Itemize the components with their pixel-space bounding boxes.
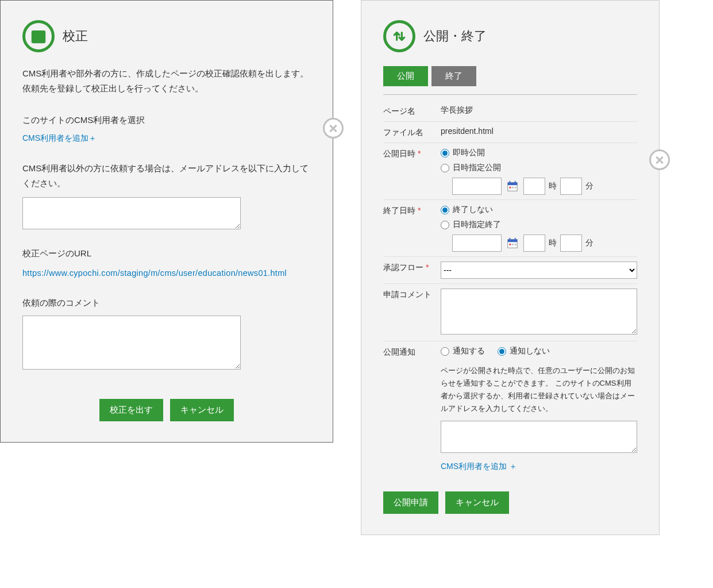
page-name-value: 学長挨拶 — [441, 105, 637, 116]
publish-title: 公開・終了 — [423, 28, 487, 45]
divider — [383, 94, 637, 95]
publish-dialog: 公開・終了 公開 終了 ページ名 学長挨拶 ファイル名 presitdent.h… — [361, 0, 660, 535]
end-hour-input[interactable] — [523, 235, 545, 252]
updown-arrows-icon — [383, 20, 415, 52]
proof-title: 校正 — [63, 28, 88, 45]
close-icon[interactable] — [649, 149, 670, 170]
proof-header: 校正 — [22, 20, 311, 52]
notify-add-user-link[interactable]: CMS利用者を追加 ＋ — [441, 462, 517, 472]
hour-unit: 時 — [549, 238, 557, 248]
proof-comment-input[interactable] — [22, 316, 241, 370]
end-date-input[interactable] — [452, 235, 502, 252]
svg-rect-14 — [515, 244, 517, 245]
proof-url-value[interactable]: https://www.cypochi.com/staging/m/cms/us… — [22, 266, 311, 280]
minute-unit: 分 — [585, 181, 593, 191]
svg-rect-13 — [512, 244, 514, 245]
proof-button-row: 校正を出す キャンセル — [22, 399, 311, 421]
publish-minute-input[interactable] — [560, 178, 582, 195]
minute-unit: 分 — [585, 238, 593, 248]
app-comment-label: 申請コメント — [383, 289, 441, 300]
file-name-row: ファイル名 presitdent.html — [383, 122, 637, 143]
proof-submit-button[interactable]: 校正を出す — [99, 399, 163, 421]
svg-rect-6 — [512, 187, 514, 189]
svg-rect-9 — [508, 240, 518, 243]
tab-publish[interactable]: 公開 — [383, 66, 428, 86]
svg-rect-4 — [515, 181, 516, 184]
svg-rect-12 — [510, 244, 511, 245]
select-user-label: このサイトのCMS利用者を選択 — [22, 115, 311, 126]
calendar-icon[interactable] — [505, 179, 520, 194]
publish-now-radio[interactable] — [441, 149, 449, 157]
proof-comment-block: 依頼の際のコメント — [22, 298, 311, 371]
app-comment-input[interactable] — [441, 289, 637, 335]
end-date-inputs: 時 分 — [452, 235, 637, 252]
svg-rect-10 — [510, 238, 511, 241]
file-name-label: ファイル名 — [383, 126, 441, 138]
page-name-row: ページ名 学長挨拶 — [383, 101, 637, 122]
publish-now-radio-label[interactable]: 即時公開 — [453, 148, 485, 158]
notify-row: 公開通知 通知する 通知しない ページが公開された時点で、任意のユーザーに公開の… — [383, 341, 637, 476]
notify-email-input[interactable] — [441, 421, 637, 453]
proof-dialog: 校正 CMS利用者や部外者の方に、作成したページの校正確認依頼を出します。依頼先… — [0, 0, 333, 443]
publish-date-inputs: 時 分 — [452, 178, 637, 195]
publish-date-label: 公開日時* — [383, 148, 441, 159]
end-minute-input[interactable] — [560, 235, 582, 252]
app-comment-row: 申請コメント — [383, 284, 637, 341]
end-date-row: 終了日時* 終了しない 日時指定終了 — [383, 200, 637, 257]
end-none-radio-label[interactable]: 終了しない — [453, 205, 493, 215]
publish-scheduled-radio-label[interactable]: 日時指定公開 — [453, 163, 501, 173]
svg-rect-3 — [510, 181, 511, 184]
proof-intro: CMS利用者や部外者の方に、作成したページの校正確認依頼を出します。依頼先を登録… — [22, 66, 311, 95]
publish-submit-button[interactable]: 公開申請 — [383, 491, 438, 514]
external-email-block: CMS利用者以外の方に依頼する場合は、メールアドレスを以下に入力してください。 — [22, 161, 311, 231]
add-cms-user-link[interactable]: CMS利用者を追加＋ — [22, 133, 97, 143]
publish-header: 公開・終了 — [383, 20, 637, 52]
page-name-label: ページ名 — [383, 105, 441, 117]
external-email-label: CMS利用者以外の方に依頼する場合は、メールアドレスを以下に入力してください。 — [22, 161, 311, 190]
notify-no-radio[interactable] — [498, 347, 506, 356]
file-name-value: presitdent.html — [441, 126, 637, 136]
approval-flow-row: 承認フロー* --- — [383, 257, 637, 284]
proof-comment-label: 依頼の際のコメント — [22, 298, 311, 309]
notify-yes-label[interactable]: 通知する — [453, 346, 485, 356]
external-email-input[interactable] — [22, 197, 241, 229]
end-none-radio[interactable] — [441, 206, 449, 214]
checkmark-icon — [22, 20, 55, 52]
publish-cancel-button[interactable]: キャンセル — [445, 491, 509, 514]
svg-rect-5 — [510, 187, 511, 189]
hour-unit: 時 — [549, 181, 557, 191]
tab-end[interactable]: 終了 — [431, 66, 476, 86]
publish-tabs: 公開 終了 — [383, 66, 637, 86]
approval-flow-select[interactable]: --- — [441, 262, 637, 279]
end-scheduled-radio-label[interactable]: 日時指定終了 — [453, 220, 501, 230]
notify-no-label[interactable]: 通知しない — [510, 346, 550, 356]
svg-rect-7 — [515, 187, 517, 189]
end-scheduled-radio[interactable] — [441, 221, 449, 229]
publish-date-row: 公開日時* 即時公開 日時指定公開 — [383, 143, 637, 200]
publish-dialog-wrap: 公開・終了 公開 終了 ページ名 学長挨拶 ファイル名 presitdent.h… — [361, 0, 660, 535]
notify-label: 公開通知 — [383, 346, 441, 358]
proof-cancel-button[interactable]: キャンセル — [170, 399, 234, 421]
end-date-label: 終了日時* — [383, 205, 441, 216]
select-user-block: このサイトのCMS利用者を選択 CMS利用者を追加＋ — [22, 115, 311, 144]
publish-scheduled-radio[interactable] — [441, 164, 449, 172]
close-icon[interactable] — [323, 118, 344, 139]
publish-hour-input[interactable] — [523, 178, 545, 195]
svg-rect-2 — [508, 183, 518, 186]
proof-url-label: 校正ページのURL — [22, 248, 311, 259]
notify-note: ページが公開された時点で、任意のユーザーに公開のお知らせを通知することができます… — [441, 364, 637, 415]
publish-button-row: 公開申請 キャンセル — [383, 491, 637, 514]
proof-dialog-wrap: 校正 CMS利用者や部外者の方に、作成したページの校正確認依頼を出します。依頼先… — [0, 0, 333, 443]
svg-rect-11 — [515, 238, 516, 241]
calendar-icon[interactable] — [505, 236, 520, 251]
proof-url-block: 校正ページのURL https://www.cypochi.com/stagin… — [22, 248, 311, 280]
publish-date-input[interactable] — [452, 178, 502, 195]
notify-yes-radio[interactable] — [441, 347, 449, 356]
approval-flow-label: 承認フロー* — [383, 262, 441, 273]
